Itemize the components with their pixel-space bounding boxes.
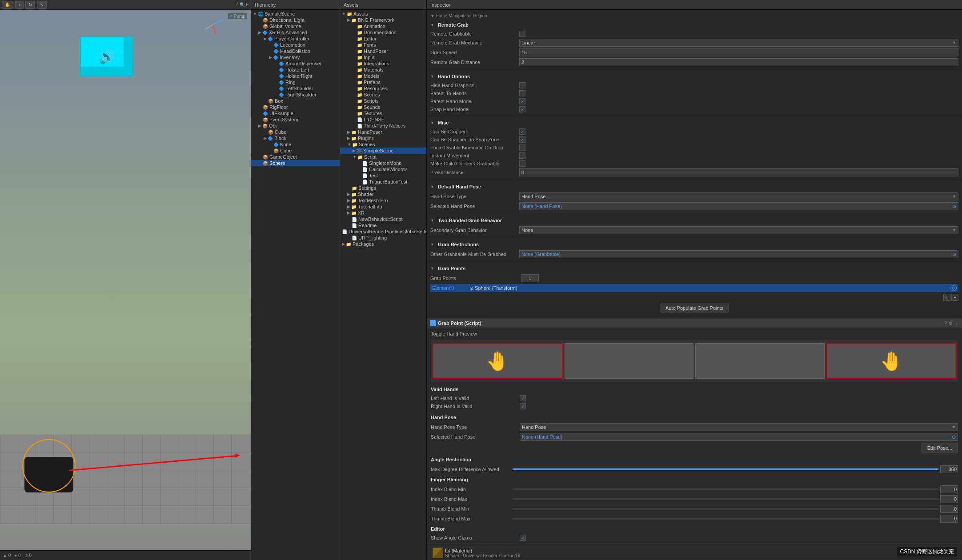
show-angle-gizmo-check[interactable] (520, 535, 526, 541)
assets-item-script2[interactable]: ▼📁Script (340, 154, 426, 160)
assets-content[interactable]: ▼📁Assets▶📁BNG Framework📁Animation📁Docume… (340, 10, 426, 560)
hierarchy-item-eventsystem[interactable]: 📦EventSystem (251, 116, 340, 123)
hierarchy-item-leftshoulder[interactable]: 🔷LeftShoulder (251, 85, 340, 92)
hand-preview-left[interactable]: 🤚 (433, 343, 563, 379)
gps-settings-btn[interactable]: ⚙ (949, 321, 953, 326)
gps-menu-btn[interactable]: ⋮ (954, 321, 959, 326)
make-child-check[interactable] (519, 160, 525, 167)
hierarchy-item-ammodb[interactable]: 🔷AmmoDispenser (251, 60, 340, 67)
assets-item-triggerbtntest[interactable]: 📄TriggerButtonTest (340, 179, 426, 185)
assets-item-bng[interactable]: ▶📁BNG Framework (340, 17, 426, 23)
hierarchy-item-ring[interactable]: 🔷Ring (251, 79, 340, 85)
grab-restrictions-header[interactable]: Grab Restrictions (430, 239, 958, 249)
max-degree-input[interactable] (940, 465, 958, 473)
hierarchy-item-gameobject[interactable]: 📦GameObject (251, 154, 340, 160)
remote-grabbable-check[interactable] (519, 31, 525, 37)
assets-item-test[interactable]: 📄Test (340, 172, 426, 179)
hierarchy-item-box[interactable]: 📦Box (251, 98, 340, 104)
max-degree-slider[interactable] (513, 468, 938, 470)
move-tool-btn[interactable]: ↕ (15, 1, 24, 9)
hide-hand-check[interactable] (519, 82, 525, 88)
parent-to-hands-check[interactable] (519, 90, 525, 96)
default-hand-pose-header[interactable]: Default Hand Pose (430, 181, 958, 192)
add-element-btn[interactable]: + (943, 294, 950, 301)
assets-item-handposer2[interactable]: ▶📁HandPoser (340, 129, 426, 135)
assets-item-fonts[interactable]: 📁Fonts (340, 42, 426, 48)
break-distance-input[interactable] (519, 168, 958, 176)
remove-element-btn[interactable]: - (951, 294, 958, 301)
hierarchy-item-knife[interactable]: 🔷Knife (251, 141, 340, 148)
assets-item-packages[interactable]: ▶📁Packages (340, 241, 426, 247)
rotate-tool-btn[interactable]: ↻ (25, 1, 35, 9)
remote-grab-header[interactable]: Remote Grab (430, 20, 958, 30)
hierarchy-content[interactable]: ▼🌐SampleScene📦Directional Light📦Global V… (251, 10, 340, 560)
can-be-snapped-check[interactable] (519, 136, 525, 143)
hand-preview-right[interactable]: 🤚 (826, 343, 957, 379)
assets-item-handposer[interactable]: 📁HandPoser (340, 48, 426, 54)
thumb-blend-min-slider[interactable] (513, 508, 938, 510)
assets-item-editor[interactable]: 📁Editor (340, 36, 426, 42)
hand-tool-btn[interactable]: ✋ (2, 1, 13, 9)
assets-item-materials[interactable]: 📁Materials (340, 67, 426, 73)
edit-pose-btn[interactable]: Edit Pose... (922, 444, 958, 452)
assets-item-animation[interactable]: 📁Animation (340, 23, 426, 29)
assets-item-urppipeline[interactable]: 📄UniversalRenderPipelineGlobalSettings (340, 228, 426, 235)
assets-item-assets[interactable]: ▼📁Assets (340, 11, 426, 17)
assets-item-tutorialinfo[interactable]: ▶📁TutorialInfo (340, 204, 426, 210)
selected-hand-pose-field[interactable]: None (Hand Pose) ⊙ (519, 202, 958, 210)
hierarchy-item-uiexample[interactable]: 🔷UIExample (251, 110, 340, 116)
assets-item-documentation[interactable]: 📁Documentation (340, 29, 426, 36)
hand-preview-right-empty[interactable] (695, 343, 825, 379)
scale-tool-btn[interactable]: ⤡ (37, 1, 47, 9)
index-blend-max-input[interactable] (940, 495, 958, 503)
hierarchy-item-holsterright[interactable]: 🔷HolsterRight (251, 73, 340, 79)
hierarchy-item-rigfloor[interactable]: 📦RigFloor (251, 104, 340, 110)
hierarchy-item-directional[interactable]: 📦Directional Light (251, 17, 340, 23)
hierarchy-item-xrrig[interactable]: ▶🔷XR Rig Advanced (251, 29, 340, 36)
assets-item-newbehaviourscript[interactable]: 📄NewBehaviourScript (340, 216, 426, 222)
assets-item-calcwindow[interactable]: 📄CalculateWindow (340, 166, 426, 172)
assets-item-samplescene2[interactable]: ▶🎬SampleScene (340, 148, 426, 154)
gps-help-btn[interactable]: ? (944, 321, 947, 326)
hierarchy-item-holsterleft[interactable]: 🔷HolsterLeft (251, 67, 340, 73)
hierarchy-item-playerctrl[interactable]: ▶🔷PlayerController (251, 36, 340, 42)
can-be-dropped-check[interactable] (519, 128, 525, 135)
element-0-select-btn[interactable]: ⊙ (950, 285, 957, 291)
misc-header[interactable]: Misc (430, 117, 958, 128)
parent-hand-model-check[interactable] (519, 98, 525, 104)
assets-item-textures[interactable]: 📁Textures (340, 110, 426, 116)
assets-item-integrations[interactable]: 📁Integrations (340, 60, 426, 67)
index-blend-min-input[interactable] (940, 485, 958, 493)
assets-item-urplighting[interactable]: 📄URP_lighting (340, 235, 426, 241)
hand-preview-left-empty[interactable] (565, 343, 694, 379)
hierarchy-item-obj[interactable]: ▶📦Obj (251, 123, 340, 129)
assets-item-readme[interactable]: 📄Readme (340, 222, 426, 228)
assets-item-license[interactable]: 📄LICENSE (340, 116, 426, 123)
hierarchy-item-cube2[interactable]: 📦Cube (251, 148, 340, 154)
grab-speed-input[interactable] (519, 48, 958, 56)
assets-item-settings[interactable]: 📁Settings (340, 185, 426, 191)
remote-grab-mechanic-dropdown[interactable]: Linear ▼ (519, 39, 958, 47)
two-handed-header[interactable]: Two-Handed Grab Behavior (430, 215, 958, 225)
hierarchy-item-samplescene[interactable]: ▼🌐SampleScene (251, 11, 340, 17)
hierarchy-item-cube[interactable]: 📦Cube (251, 129, 340, 135)
force-disable-check[interactable] (519, 144, 525, 151)
thumb-blend-max-input[interactable] (940, 515, 958, 523)
inspector-content[interactable]: ▼ Force Manipulator Region Remote Grab R… (427, 10, 962, 560)
assets-item-models[interactable]: 📁Models (340, 73, 426, 79)
assets-item-shader[interactable]: ▶📁Shader (340, 191, 426, 197)
hierarchy-item-globalvol[interactable]: 📦Global Volume (251, 23, 340, 29)
assets-item-input[interactable]: 📁Input (340, 54, 426, 60)
snap-hand-model-check[interactable] (519, 106, 525, 112)
assets-item-prefabs[interactable]: 📁Prefabs (340, 79, 426, 85)
assets-item-textmeshpro[interactable]: ▶📁TextMesh Pro (340, 197, 426, 204)
remote-grab-distance-input[interactable] (519, 58, 958, 66)
secondary-grab-dropdown[interactable]: None ▼ (519, 226, 958, 234)
assets-item-scenes[interactable]: 📁Scenes (340, 92, 426, 98)
left-hand-valid-check[interactable] (520, 395, 526, 401)
hand-pose-type-dropdown[interactable]: Hand Pose ▼ (519, 192, 958, 200)
assets-item-thirdparty[interactable]: 📄Third-Party Notices (340, 123, 426, 129)
assets-item-scenes2[interactable]: ▼📁Scenes (340, 141, 426, 148)
grab-points-count-input[interactable] (521, 274, 539, 282)
assets-item-scripts[interactable]: 📁Scripts (340, 98, 426, 104)
